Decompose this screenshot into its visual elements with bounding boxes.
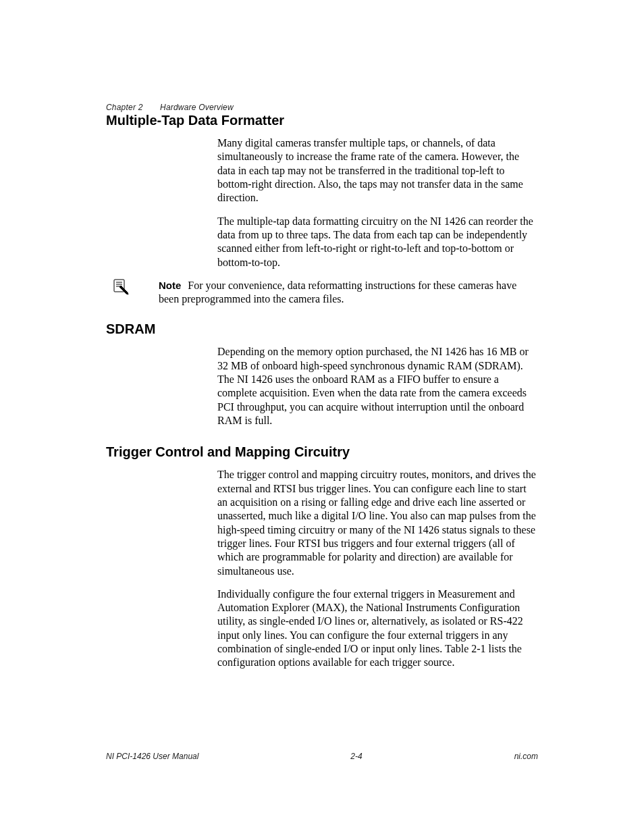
- paragraph: Depending on the memory option purchased…: [217, 345, 538, 427]
- note-body: For your convenience, data reformatting …: [159, 280, 516, 305]
- heading-sdram: SDRAM: [106, 321, 538, 337]
- footer: NI PCI-1426 User Manual 2-4 ni.com: [106, 752, 538, 761]
- body-sdram: Depending on the memory option purchased…: [217, 345, 538, 427]
- heading-multitap: Multiple-Tap Data Formatter: [106, 112, 538, 128]
- paragraph: Individually configure the four external…: [217, 588, 538, 670]
- body-trigger: The trigger control and mapping circuitr…: [217, 468, 538, 669]
- footer-site: ni.com: [514, 752, 538, 761]
- chapter-label: Chapter 2: [106, 103, 143, 112]
- running-header: Chapter 2 Hardware Overview: [106, 103, 538, 112]
- note-label: Note: [159, 280, 181, 291]
- heading-trigger: Trigger Control and Mapping Circuitry: [106, 444, 538, 460]
- note-icon: [106, 279, 159, 298]
- footer-manual: NI PCI-1426 User Manual: [106, 752, 198, 761]
- paragraph: The multiple-tap data formatting circuit…: [217, 215, 538, 269]
- chapter-title: Hardware Overview: [160, 103, 234, 112]
- paragraph: Many digital cameras transfer multiple t…: [217, 136, 538, 205]
- paragraph: The trigger control and mapping circuitr…: [217, 468, 538, 578]
- note-text: NoteFor your convenience, data reformatt…: [159, 279, 538, 307]
- note-block: NoteFor your convenience, data reformatt…: [106, 279, 538, 307]
- body-multitap: Many digital cameras transfer multiple t…: [217, 136, 538, 269]
- footer-pagenum: 2-4: [350, 752, 362, 761]
- page: Chapter 2 Hardware Overview Multiple-Tap…: [0, 0, 644, 670]
